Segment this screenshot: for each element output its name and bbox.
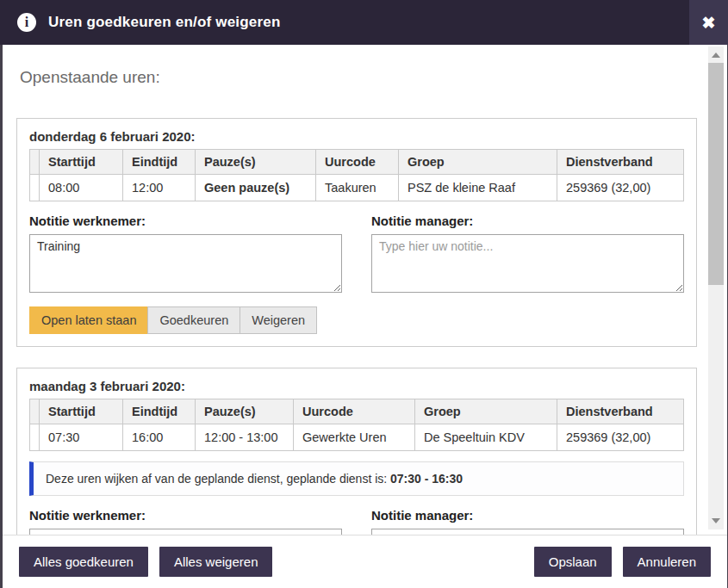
table-header-row: Starttijd Eindtijd Pauze(s) Uurcode Groe… [30,150,684,175]
close-icon[interactable]: ✖ [689,0,728,45]
scrollbar[interactable] [708,46,724,529]
col-pauzes: Pauze(s) [196,150,316,175]
scrollbar-thumb[interactable] [708,63,724,285]
approve-all-button[interactable]: Alles goedkeuren [19,547,148,577]
dialog-content: Openstaande uren: donderdag 6 februari 2… [3,45,727,588]
cell-uurcode: Taakuren [316,175,399,201]
cell-starttijd: 08:00 [40,175,123,201]
dialog-header: i Uren goedkeuren en/of weigeren ✖ [0,0,728,45]
reject-button[interactable]: Weigeren [240,306,317,334]
employee-note-field[interactable]: ben eerder naar huis gegaan ivm kindaant… [29,529,342,535]
arrow-up-icon [712,53,720,58]
cell-uurcode: Gewerkte Uren [294,424,415,451]
info-icon: i [17,13,36,32]
dialog-footer: Alles goedkeuren Alles weigeren Opslaan … [3,535,727,588]
cell-dienstverband: 259369 (32,00) [557,424,684,451]
employee-note-field[interactable]: Training [29,234,342,293]
manager-note-label: Notitie manager: [371,508,684,523]
approve-button[interactable]: Goedkeuren [147,306,240,334]
arrow-down-icon [712,518,720,523]
cell-starttijd: 07:30 [40,424,123,451]
selector-cell [30,424,40,451]
selector-column-header [30,399,40,424]
manager-note-label: Notitie manager: [371,214,684,228]
hours-card-monday: maandag 3 februari 2020: Starttijd Eindt… [16,368,697,535]
card-date: maandag 3 februari 2020: [29,379,684,393]
save-button[interactable]: Opslaan [534,547,612,577]
col-starttijd: Starttijd [40,399,123,424]
col-uurcode: Uurcode [294,399,415,424]
selector-column-header [30,150,40,175]
employee-note-label: Notitie werknemer: [29,214,342,228]
scroll-up-button[interactable] [708,48,724,62]
col-eindtijd: Eindtijd [123,150,196,175]
keep-open-button[interactable]: Open laten staan [29,306,148,334]
manager-note-field[interactable] [371,234,684,293]
employee-note-label: Notitie werknemer: [29,508,342,523]
col-starttijd: Starttijd [40,150,123,175]
cell-pauzes: Geen pauze(s) [196,175,316,201]
cell-eindtijd: 16:00 [123,424,196,451]
table-header-row: Starttijd Eindtijd Pauze(s) Uurcode Groe… [30,399,684,424]
col-dienstverband: Dienstverband [557,150,684,175]
scroll-down-button[interactable] [708,514,724,528]
hours-card-thursday: donderdag 6 februari 2020: Starttijd Ein… [16,118,697,347]
selector-cell [30,175,40,201]
dialog-body: Openstaande uren: donderdag 6 februari 2… [3,45,727,535]
page-title: Openstaande uren: [20,68,697,87]
cell-pauzes: 12:00 - 13:00 [196,424,294,451]
col-pauzes: Pauze(s) [196,399,294,424]
cell-groep: De Speeltuin KDV [415,424,557,451]
cell-dienstverband: 259369 (32,00) [557,175,684,201]
hours-table: Starttijd Eindtijd Pauze(s) Uurcode Groe… [29,399,684,451]
cell-groep: PSZ de kleine Raaf [399,175,557,201]
alert-text: Deze uren wijken af van de geplande dien… [46,472,390,486]
planned-shift-time: 07:30 - 16:30 [390,472,463,486]
col-groep: Groep [415,399,557,424]
notes-row: Notitie werknemer: ben eerder naar huis … [29,504,684,535]
col-uurcode: Uurcode [316,150,399,175]
deviation-alert: Deze uren wijken af van de geplande dien… [29,461,684,496]
reject-all-button[interactable]: Alles weigeren [159,547,273,577]
card-date: donderdag 6 februari 2020: [29,129,684,144]
col-groep: Groep [399,150,557,175]
col-eindtijd: Eindtijd [123,399,196,424]
table-row: 08:00 12:00 Geen pauze(s) Taakuren PSZ d… [30,175,684,201]
approve-hours-dialog: i Uren goedkeuren en/of weigeren ✖ Opens… [0,0,728,588]
cancel-button[interactable]: Annuleren [623,547,711,577]
cell-eindtijd: 12:00 [123,175,196,201]
dialog-title: Uren goedkeuren en/of weigeren [48,14,281,31]
hours-table: Starttijd Eindtijd Pauze(s) Uurcode Groe… [29,149,684,201]
notes-row: Notitie werknemer: Training Notitie mana… [29,210,684,296]
table-row: 07:30 16:00 12:00 - 13:00 Gewerkte Uren … [30,424,684,451]
decision-button-group: Open laten staan Goedkeuren Weigeren [29,306,684,334]
manager-note-field[interactable] [371,529,684,535]
col-dienstverband: Dienstverband [557,399,684,424]
